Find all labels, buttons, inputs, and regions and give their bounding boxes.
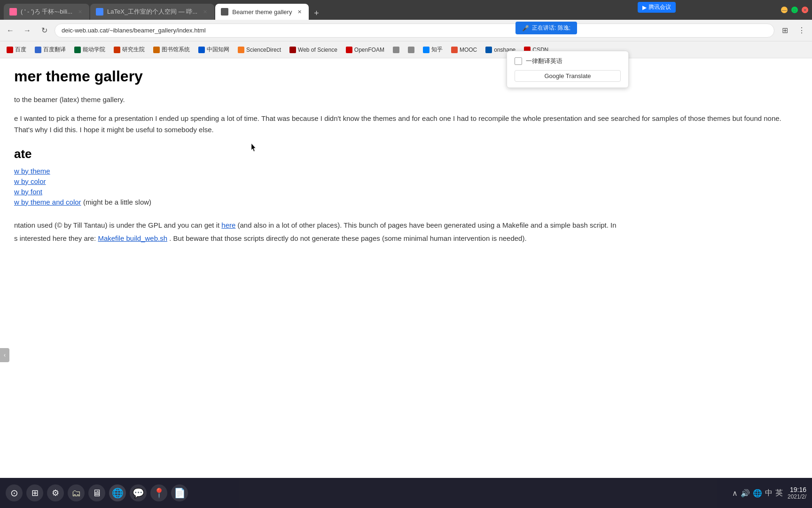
google-translate-button[interactable]: Google Translate bbox=[515, 70, 621, 82]
here-link[interactable]: here bbox=[221, 221, 235, 229]
taskbar-icon-wechat[interactable]: 💬 bbox=[130, 484, 147, 501]
linux-icon: ⊙ bbox=[10, 487, 18, 499]
pdf-icon: 📄 bbox=[174, 487, 186, 499]
nav-link-row-font: w by font bbox=[14, 188, 798, 196]
tencent-badge[interactable]: ▶ 腾讯会议 bbox=[638, 2, 676, 13]
bookmark-openfoam[interactable]: OpenFOAM bbox=[342, 45, 388, 55]
bookmarks-bar: 百度 百度翻译 能动学院 研究生院 图书馆系统 中国知网 ScienceDire… bbox=[0, 41, 812, 58]
tab-beamer[interactable]: Beamer theme gallery ✕ bbox=[215, 4, 309, 20]
translate-option: 一律翻译英语 bbox=[515, 57, 621, 65]
tab-latex-close[interactable]: ✕ bbox=[201, 8, 209, 16]
nav-link-row-theme-color: w by theme and color (might be a little … bbox=[14, 198, 798, 206]
tab-bilibili[interactable]: ( ' - ')ろ 千杯~-bili... ✕ bbox=[4, 4, 89, 20]
footer2-cont: . But beware that those scripts directly… bbox=[169, 234, 526, 242]
reload-button[interactable]: ↻ bbox=[38, 24, 51, 37]
nengdong-favicon bbox=[74, 47, 81, 53]
address-text: deic-web.uab.cat/~iblanes/beamer_gallery… bbox=[62, 27, 206, 34]
yanjiusheng-favicon bbox=[114, 47, 120, 53]
latex-favicon bbox=[96, 8, 103, 16]
address-input[interactable]: deic-web.uab.cat/~iblanes/beamer_gallery… bbox=[55, 24, 774, 38]
link-by-font[interactable]: w by font bbox=[14, 188, 42, 196]
translate-popup: 一律翻译英语 Google Translate bbox=[507, 51, 629, 88]
taskbar-left: ⊙ ⊞ ⚙ 🗂 🖥 🌐 💬 📍 📄 bbox=[6, 484, 188, 501]
taskbar-icon-apps[interactable]: ⊞ bbox=[26, 484, 43, 501]
nav-link-row-theme: w by theme bbox=[14, 167, 798, 175]
taskbar-icon-linux[interactable]: ⊙ bbox=[6, 484, 23, 501]
close-button[interactable]: ✕ bbox=[802, 7, 808, 13]
bookmark-tushuguan[interactable]: 图书馆系统 bbox=[149, 44, 194, 55]
openfoam-favicon bbox=[346, 47, 352, 53]
title-bar: ( ' - ')ろ 千杯~-bili... ✕ LaTeX_工作室的个人空间 —… bbox=[0, 0, 812, 20]
tab-beamer-label: Beamer theme gallery bbox=[232, 8, 292, 16]
address-bar: ← → ↻ deic-web.uab.cat/~iblanes/beamer_g… bbox=[0, 20, 812, 41]
taskbar-icon-screen[interactable]: 🖥 bbox=[88, 484, 105, 501]
link-by-color[interactable]: w by color bbox=[14, 177, 46, 185]
beamer-favicon bbox=[221, 8, 228, 16]
tab-beamer-close[interactable]: ✕ bbox=[296, 8, 303, 16]
maximize-button[interactable]: □ bbox=[791, 7, 798, 13]
bookmark-translate[interactable]: 百度翻译 bbox=[31, 44, 70, 55]
scroll-indicator[interactable]: ‹ bbox=[0, 348, 9, 362]
zhiwang-favicon bbox=[198, 47, 205, 53]
bookmark-sciencedirect[interactable]: ScienceDirect bbox=[234, 45, 285, 55]
bookmark-yanjiusheng[interactable]: 研究生院 bbox=[110, 44, 148, 55]
bookmark-mooc[interactable]: MOOC bbox=[447, 45, 481, 55]
bilibili-favicon bbox=[9, 8, 17, 16]
link-by-theme-color[interactable]: w by theme and color bbox=[14, 198, 81, 206]
link-by-theme[interactable]: w by theme bbox=[14, 167, 50, 175]
sys-arrow-icon: ∧ bbox=[732, 489, 738, 498]
bookmark-tushuguan-label: 图书馆系统 bbox=[162, 46, 190, 54]
bookmark-more1[interactable] bbox=[389, 45, 403, 55]
mic-status-badge: 🎤 正在讲话: 陈逸; bbox=[515, 22, 577, 34]
webofscience-favicon bbox=[289, 47, 296, 53]
tab-latex[interactable]: LaTeX_工作室的个人空间 — 哔... ✕ bbox=[90, 4, 214, 20]
footer1-text: ntation used (© by Till Tantau) is under… bbox=[14, 221, 219, 229]
tushuguan-favicon bbox=[153, 47, 160, 53]
baidu-favicon bbox=[7, 47, 13, 53]
clock-date: 2021/2/ bbox=[788, 493, 806, 500]
volume-icon: 🔊 bbox=[741, 489, 750, 498]
minimize-button[interactable]: — bbox=[781, 7, 788, 13]
tab-latex-label: LaTeX_工作室的个人空间 — 哔... bbox=[107, 8, 197, 16]
bookmark-zhihu[interactable]: 知乎 bbox=[419, 44, 446, 55]
tencent-icon: ▶ bbox=[642, 4, 647, 11]
bookmark-more2[interactable] bbox=[404, 45, 418, 55]
taskbar-icon-files[interactable]: 🗂 bbox=[68, 484, 85, 501]
bookmark-zhihu-label: 知乎 bbox=[431, 46, 443, 54]
bookmark-nengdong[interactable]: 能动学院 bbox=[70, 44, 109, 55]
translate-favicon bbox=[35, 47, 41, 53]
taskbar-clock: 19:16 2021/2/ bbox=[788, 486, 806, 500]
input-method-zh-icon: 中 bbox=[765, 488, 773, 498]
intro-text: to the beamer (latex) theme gallery. bbox=[14, 95, 798, 105]
translate-checkbox[interactable] bbox=[515, 57, 522, 65]
bookmark-sciencedirect-label: ScienceDirect bbox=[246, 47, 281, 53]
nav-link-row-color: w by color bbox=[14, 177, 798, 186]
bookmark-mooc-label: MOOC bbox=[460, 47, 477, 53]
menu-button[interactable]: ⋮ bbox=[795, 24, 808, 37]
makefile-link[interactable]: Makefile build_web.sh bbox=[98, 234, 167, 242]
new-tab-button[interactable]: + bbox=[310, 7, 323, 20]
zhihu-favicon bbox=[423, 47, 429, 53]
translate-checkbox-label: 一律翻译英语 bbox=[526, 57, 562, 65]
bookmark-webofscience[interactable]: Web of Science bbox=[286, 45, 341, 55]
bookmark-baidu[interactable]: 百度 bbox=[3, 44, 30, 55]
taskbar: ⊙ ⊞ ⚙ 🗂 🖥 🌐 💬 📍 📄 ∧ 🔊 🌐 bbox=[0, 478, 812, 508]
more1-favicon bbox=[393, 47, 399, 53]
more2-favicon bbox=[408, 47, 414, 53]
forward-button[interactable]: → bbox=[21, 24, 34, 37]
tab-bilibili-close[interactable]: ✕ bbox=[76, 8, 84, 16]
taskbar-icon-chrome[interactable]: 🌐 bbox=[109, 484, 126, 501]
mooc-favicon bbox=[451, 47, 458, 53]
bookmark-zhongguozhiwang[interactable]: 中国知网 bbox=[195, 44, 233, 55]
navigate-title: ate bbox=[14, 147, 798, 161]
back-button[interactable]: ← bbox=[4, 24, 17, 37]
extensions-button[interactable]: ⊞ bbox=[778, 24, 791, 37]
taskbar-icon-map[interactable]: 📍 bbox=[150, 484, 167, 501]
description-text: e I wanted to pick a theme for a present… bbox=[14, 113, 798, 135]
taskbar-icon-settings[interactable]: ⚙ bbox=[47, 484, 64, 501]
chrome-icon: 🌐 bbox=[112, 487, 124, 499]
mic-status-text: 正在讲话: 陈逸; bbox=[532, 24, 570, 32]
footer-text-1: ntation used (© by Till Tantau) is under… bbox=[14, 220, 798, 231]
window-controls: — □ ✕ bbox=[781, 7, 808, 13]
taskbar-icon-pdf[interactable]: 📄 bbox=[171, 484, 188, 501]
